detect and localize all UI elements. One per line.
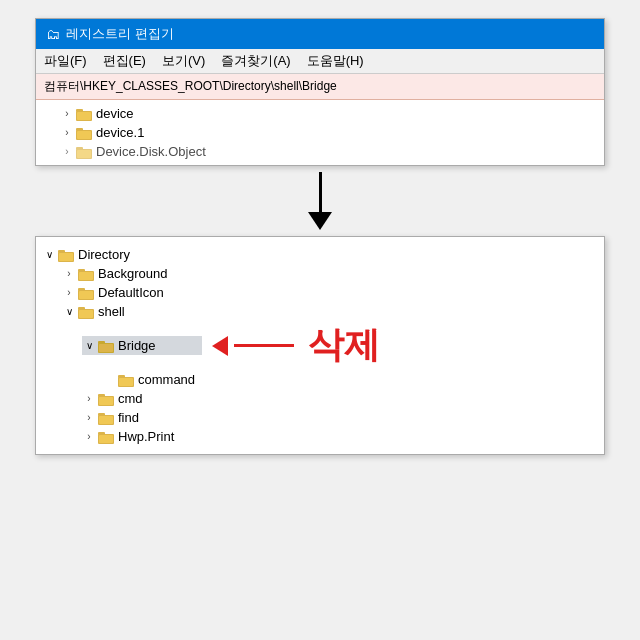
arrow-line: [234, 344, 294, 347]
expand-icon[interactable]: ›: [60, 127, 74, 138]
menu-edit[interactable]: 편집(E): [103, 52, 146, 70]
svg-rect-26: [119, 378, 133, 386]
app-icon: 🗂: [46, 26, 60, 42]
folder-icon: [78, 286, 94, 300]
svg-rect-8: [77, 150, 91, 158]
menu-file[interactable]: 파일(F): [44, 52, 87, 70]
down-arrow: [308, 166, 332, 236]
expand-icon[interactable]: ›: [82, 412, 96, 423]
expand-icon[interactable]: ›: [62, 287, 76, 298]
tree-row-cmd[interactable]: › cmd: [82, 389, 598, 408]
tree-row[interactable]: › device.1: [60, 123, 596, 142]
svg-rect-31: [98, 413, 105, 416]
svg-rect-17: [79, 291, 93, 299]
folder-icon: [76, 126, 92, 140]
svg-rect-4: [76, 128, 83, 131]
folder-icon: [58, 248, 74, 262]
tree-row-directory[interactable]: ∨ Directory: [42, 245, 598, 264]
folder-icon: [78, 267, 94, 281]
menu-view[interactable]: 보기(V): [162, 52, 205, 70]
svg-rect-1: [76, 109, 83, 112]
tree-row[interactable]: › device: [60, 104, 596, 123]
bottom-tree: ∨ Directory › Background: [42, 245, 598, 446]
folder-icon: [118, 373, 134, 387]
delete-label: 삭제: [308, 321, 380, 370]
svg-rect-20: [79, 310, 93, 318]
svg-rect-32: [99, 416, 113, 424]
expand-icon[interactable]: ›: [82, 431, 96, 442]
expand-icon[interactable]: ∨: [62, 306, 76, 317]
menu-bar: 파일(F) 편집(E) 보기(V) 즐겨찾기(A) 도움말(H): [36, 49, 604, 74]
menu-favorites[interactable]: 즐겨찾기(A): [221, 52, 290, 70]
folder-icon: [98, 339, 114, 353]
arrowhead-left: [212, 336, 228, 356]
tree-row-hwp[interactable]: › Hwp.Print: [82, 427, 598, 446]
tree-row-command[interactable]: › command: [102, 370, 598, 389]
tree-row-shell[interactable]: ∨ shell: [62, 302, 598, 321]
tree-item-label: Directory: [78, 247, 130, 262]
registry-window-top: 🗂 레지스트리 편집기 파일(F) 편집(E) 보기(V) 즐겨찾기(A) 도움…: [35, 18, 605, 166]
folder-icon: [98, 392, 114, 406]
svg-rect-25: [118, 375, 125, 378]
delete-arrow: 삭제: [212, 321, 380, 370]
registry-window-bottom: ∨ Directory › Background: [35, 236, 605, 455]
tree-item-label: Background: [98, 266, 167, 281]
tree-item-label: Bridge: [118, 338, 156, 353]
expand-icon[interactable]: ›: [82, 393, 96, 404]
tree-row-find[interactable]: › find: [82, 408, 598, 427]
svg-rect-22: [98, 341, 105, 344]
svg-rect-14: [79, 272, 93, 280]
svg-rect-11: [59, 253, 73, 261]
menu-help[interactable]: 도움말(H): [307, 52, 364, 70]
folder-icon: [98, 430, 114, 444]
tree-item-label: Device.Disk.Object: [96, 144, 206, 159]
expand-icon[interactable]: ›: [60, 146, 74, 157]
tree-item-label: find: [118, 410, 139, 425]
tree-item-label: Hwp.Print: [118, 429, 174, 444]
address-bar[interactable]: 컴퓨터\HKEY_CLASSES_ROOT\Directory\shell\Br…: [36, 74, 604, 100]
top-tree-area: › device › device.1 ›: [36, 100, 604, 165]
svg-rect-35: [99, 435, 113, 443]
svg-rect-16: [78, 288, 85, 291]
svg-rect-19: [78, 307, 85, 310]
folder-icon: [78, 305, 94, 319]
tree-item-label: shell: [98, 304, 125, 319]
title-bar: 🗂 레지스트리 편집기: [36, 19, 604, 49]
tree-item-label: command: [138, 372, 195, 387]
svg-rect-5: [77, 131, 91, 139]
svg-rect-13: [78, 269, 85, 272]
window-title: 레지스트리 편집기: [66, 25, 174, 43]
folder-icon: [76, 145, 92, 159]
tree-item-label: DefaultIcon: [98, 285, 164, 300]
tree-row-bridge[interactable]: ∨ Bridge: [82, 336, 202, 355]
tree-row[interactable]: › Device.Disk.Object: [60, 142, 596, 161]
folder-icon: [98, 411, 114, 425]
svg-rect-7: [76, 147, 83, 150]
expand-icon[interactable]: ∨: [82, 340, 96, 351]
svg-rect-28: [98, 394, 105, 397]
svg-rect-10: [58, 250, 65, 253]
folder-icon: [76, 107, 92, 121]
tree-row-background[interactable]: › Background: [62, 264, 598, 283]
svg-rect-34: [98, 432, 105, 435]
svg-rect-23: [99, 344, 113, 352]
svg-rect-2: [77, 112, 91, 120]
svg-rect-29: [99, 397, 113, 405]
expand-icon[interactable]: ∨: [42, 249, 56, 260]
expand-icon[interactable]: ›: [62, 268, 76, 279]
address-text: 컴퓨터\HKEY_CLASSES_ROOT\Directory\shell\Br…: [44, 79, 337, 93]
expand-icon[interactable]: ›: [60, 108, 74, 119]
tree-row-defaulticon[interactable]: › DefaultIcon: [62, 283, 598, 302]
tree-item-label: device: [96, 106, 134, 121]
tree-item-label: device.1: [96, 125, 144, 140]
bridge-row-container: ∨ Bridge 삭제: [42, 321, 598, 370]
tree-item-label: cmd: [118, 391, 143, 406]
